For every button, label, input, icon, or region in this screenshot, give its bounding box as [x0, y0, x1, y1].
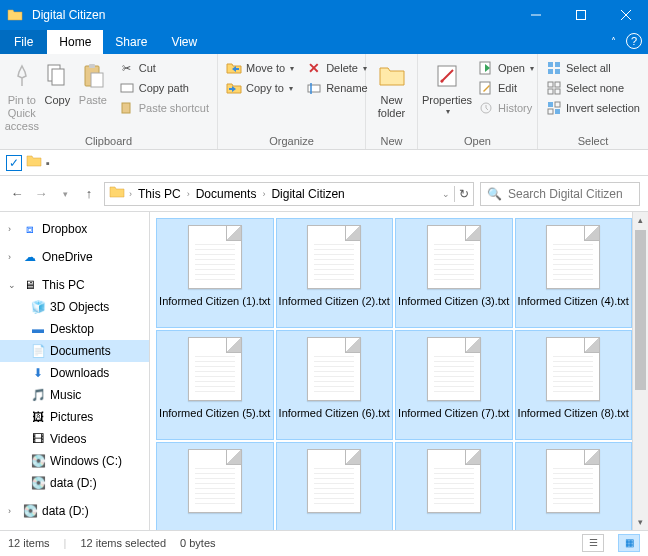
file-item[interactable]: Informed Citizen (5).txt	[156, 330, 274, 440]
paste-shortcut-button[interactable]: Paste shortcut	[115, 98, 213, 118]
onedrive-icon: ☁	[22, 249, 38, 265]
tree-3dobjects[interactable]: 🧊3D Objects	[0, 296, 149, 318]
file-tab[interactable]: File	[0, 30, 47, 54]
file-item[interactable]	[395, 442, 513, 530]
copy-path-button[interactable]: Copy path	[115, 78, 213, 98]
minimize-button[interactable]	[513, 0, 558, 30]
edit-icon	[478, 80, 494, 96]
search-box[interactable]: 🔍 Search Digital Citizen	[480, 182, 640, 206]
move-to-button[interactable]: Move to▾	[222, 58, 298, 78]
invert-selection-icon	[546, 100, 562, 116]
icons-view-button[interactable]: ▦	[618, 534, 640, 552]
delete-button[interactable]: ✕Delete▾	[302, 58, 372, 78]
tree-downloads[interactable]: ⬇Downloads	[0, 362, 149, 384]
address-bar[interactable]: › This PC › Documents › Digital Citizen …	[104, 182, 474, 206]
address-dropdown[interactable]: ⌄	[442, 189, 450, 199]
drive-icon: 💽	[22, 503, 38, 519]
vertical-scrollbar[interactable]: ▴ ▾	[632, 212, 648, 530]
file-thumb	[427, 449, 481, 513]
open-button[interactable]: Open▾	[474, 58, 538, 78]
tree-dropbox[interactable]: ›⧈Dropbox	[0, 218, 149, 240]
svg-rect-23	[555, 82, 560, 87]
maximize-button[interactable]	[558, 0, 603, 30]
svg-rect-10	[122, 103, 130, 113]
edit-button[interactable]: Edit	[474, 78, 538, 98]
file-item[interactable]: Informed Citizen (7).txt	[395, 330, 513, 440]
tree-network[interactable]: ›🖧Network	[0, 528, 149, 530]
tree-music[interactable]: 🎵Music	[0, 384, 149, 406]
tree-pictures[interactable]: 🖼Pictures	[0, 406, 149, 428]
file-name: Informed Citizen (8).txt	[518, 407, 629, 435]
close-button[interactable]	[603, 0, 648, 30]
desktop-icon: ▬	[30, 321, 46, 337]
status-bar: 12 items | 12 items selected 0 bytes ☰ ▦	[0, 530, 648, 554]
rename-icon	[306, 80, 322, 96]
breadcrumb-thispc[interactable]: This PC	[136, 187, 183, 201]
file-item[interactable]: Informed Citizen (6).txt	[276, 330, 394, 440]
svg-rect-7	[89, 64, 95, 68]
select-none-button[interactable]: Select none	[542, 78, 644, 98]
tree-onedrive[interactable]: ›☁OneDrive	[0, 246, 149, 268]
recent-button[interactable]: ▾	[56, 189, 74, 199]
file-name: Informed Citizen (6).txt	[279, 407, 390, 435]
tree-videos[interactable]: 🎞Videos	[0, 428, 149, 450]
breadcrumb-documents[interactable]: Documents	[194, 187, 259, 201]
view-tab[interactable]: View	[159, 30, 209, 54]
file-item[interactable]	[276, 442, 394, 530]
file-list[interactable]: Informed Citizen (1).txtInformed Citizen…	[150, 212, 648, 530]
file-item[interactable]	[156, 442, 274, 530]
titlebar: Digital Citizen	[0, 0, 648, 30]
scroll-thumb[interactable]	[635, 230, 646, 390]
file-item[interactable]	[515, 442, 633, 530]
forward-button[interactable]: →	[32, 186, 50, 201]
tree-data-d[interactable]: 💽data (D:)	[0, 472, 149, 494]
help-button[interactable]: ?	[626, 33, 642, 49]
scroll-down-button[interactable]: ▾	[633, 514, 648, 530]
file-item[interactable]: Informed Citizen (3).txt	[395, 218, 513, 328]
folder-icon	[0, 7, 30, 23]
file-item[interactable]: Informed Citizen (2).txt	[276, 218, 394, 328]
refresh-button[interactable]: ↻	[459, 187, 469, 201]
search-placeholder: Search Digital Citizen	[508, 187, 623, 201]
home-tab[interactable]: Home	[47, 30, 103, 54]
file-thumb	[188, 337, 242, 401]
file-item[interactable]: Informed Citizen (8).txt	[515, 330, 633, 440]
file-name: Informed Citizen (2).txt	[279, 295, 390, 323]
file-name: Informed Citizen (1).txt	[159, 295, 270, 323]
properties-button[interactable]: Properties▾	[422, 58, 472, 117]
up-button[interactable]: ↑	[80, 186, 98, 201]
share-tab[interactable]: Share	[103, 30, 159, 54]
collapse-ribbon-button[interactable]: ˄	[611, 36, 616, 47]
new-folder-button[interactable]: New folder	[370, 58, 413, 120]
copy-to-button[interactable]: Copy to▾	[222, 78, 298, 98]
file-thumb	[307, 337, 361, 401]
paste-button[interactable]: Paste	[75, 58, 111, 107]
checkbox-toggle[interactable]: ✓	[6, 155, 22, 171]
documents-icon: 📄	[30, 343, 46, 359]
tree-thispc[interactable]: ⌄🖥This PC	[0, 274, 149, 296]
tree-data-d-2[interactable]: ›💽data (D:)	[0, 500, 149, 522]
file-thumb	[188, 225, 242, 289]
cut-button[interactable]: ✂Cut	[115, 58, 213, 78]
tree-documents[interactable]: 📄Documents	[0, 340, 149, 362]
breadcrumb-digital-citizen[interactable]: Digital Citizen	[269, 187, 346, 201]
svg-rect-25	[555, 89, 560, 94]
invert-selection-button[interactable]: Invert selection	[542, 98, 644, 118]
file-thumb	[307, 225, 361, 289]
rename-button[interactable]: Rename	[302, 78, 372, 98]
pin-to-quick-access-button[interactable]: Pin to Quick access	[4, 58, 40, 134]
tree-desktop[interactable]: ▬Desktop	[0, 318, 149, 340]
scroll-up-button[interactable]: ▴	[633, 212, 648, 228]
downloads-icon: ⬇	[30, 365, 46, 381]
select-all-button[interactable]: Select all	[542, 58, 644, 78]
open-group-label: Open	[418, 135, 537, 149]
tree-windows-c[interactable]: 💽Windows (C:)	[0, 450, 149, 472]
file-item[interactable]: Informed Citizen (4).txt	[515, 218, 633, 328]
file-thumb	[307, 449, 361, 513]
copy-button[interactable]: Copy	[40, 58, 76, 107]
videos-icon: 🎞	[30, 431, 46, 447]
history-button[interactable]: History	[474, 98, 538, 118]
details-view-button[interactable]: ☰	[582, 534, 604, 552]
back-button[interactable]: ←	[8, 186, 26, 201]
file-item[interactable]: Informed Citizen (1).txt	[156, 218, 274, 328]
